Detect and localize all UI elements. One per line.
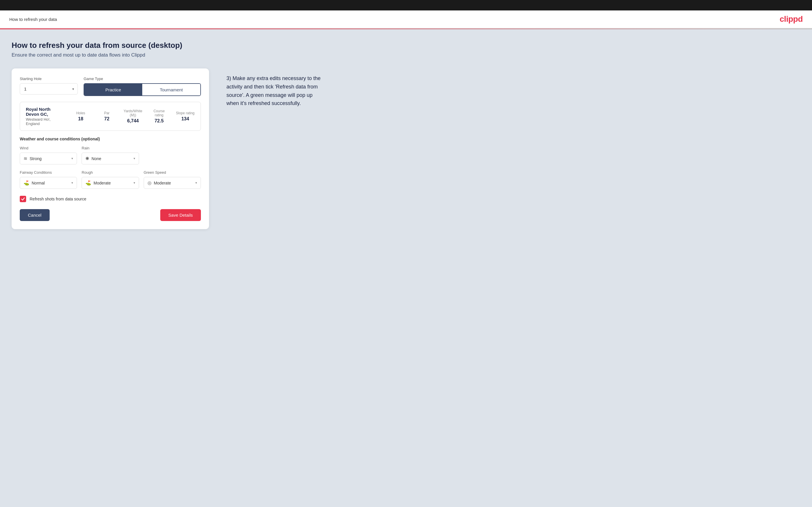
practice-button[interactable]: Practice <box>84 84 142 96</box>
course-card: Royal North Devon GC, Westward Ho!, Engl… <box>20 102 201 131</box>
top-form-row: Starting Hole 1 10 ▾ Game Type Practice … <box>20 76 201 96</box>
top-bar <box>0 0 812 10</box>
tournament-button[interactable]: Tournament <box>142 84 200 96</box>
slope-rating-stat: Slope rating 134 <box>175 111 195 121</box>
rain-chevron: ▾ <box>134 157 135 160</box>
conditions-section-title: Weather and course conditions (optional) <box>20 136 201 141</box>
green-speed-label: Green Speed <box>144 170 201 175</box>
starting-hole-select[interactable]: 1 10 <box>20 83 78 94</box>
refresh-checkbox[interactable] <box>20 196 26 202</box>
refresh-label: Refresh shots from data source <box>30 196 86 201</box>
rough-chevron: ▾ <box>134 181 135 185</box>
rough-label: Rough <box>82 170 139 175</box>
yards-label: Yards/White (M)) <box>123 109 143 117</box>
wind-label: Wind <box>20 146 77 150</box>
content-area: Starting Hole 1 10 ▾ Game Type Practice … <box>12 68 795 229</box>
yards-stat: Yards/White (M)) 6,744 <box>123 109 143 123</box>
starting-hole-label: Starting Hole <box>20 76 78 81</box>
game-type-label: Game Type <box>84 76 201 81</box>
green-speed-chevron: ▾ <box>195 181 197 185</box>
wind-select[interactable]: ≋ Strong ▾ <box>20 153 77 164</box>
wind-value: Strong <box>30 156 69 161</box>
fairway-icon: ⛳ <box>23 180 29 186</box>
fairway-label: Fairway Conditions <box>20 170 77 175</box>
page-heading: How to refresh your data from source (de… <box>12 41 795 50</box>
rough-icon: ⛳ <box>85 180 91 186</box>
rough-select[interactable]: ⛳ Moderate ▾ <box>82 177 139 189</box>
logo: clippd <box>780 14 803 24</box>
green-speed-group: Green Speed ◎ Moderate ▾ <box>144 170 201 189</box>
holes-label: Holes <box>71 111 90 115</box>
starting-hole-group: Starting Hole 1 10 ▾ <box>20 76 78 96</box>
rain-label: Rain <box>82 146 139 150</box>
par-value: 72 <box>97 116 116 121</box>
rough-value: Moderate <box>94 181 131 185</box>
green-speed-value: Moderate <box>154 181 193 185</box>
rain-group: Rain ✺ None ▾ <box>82 146 139 164</box>
course-rating-value: 72.5 <box>150 118 169 123</box>
fairway-select[interactable]: ⛳ Normal ▾ <box>20 177 77 189</box>
page-subheading: Ensure the correct and most up to date d… <box>12 52 795 58</box>
fairway-value: Normal <box>32 181 69 185</box>
button-row: Cancel Save Details <box>20 209 201 221</box>
side-text: 3) Make any extra edits necessary to the… <box>226 68 325 108</box>
refresh-checkbox-row: Refresh shots from data source <box>20 196 201 202</box>
holes-value: 18 <box>71 116 90 121</box>
conditions-row2: Fairway Conditions ⛳ Normal ▾ Rough ⛳ Mo… <box>20 170 201 189</box>
yards-value: 6,744 <box>123 118 143 123</box>
rough-group: Rough ⛳ Moderate ▾ <box>82 170 139 189</box>
rain-select[interactable]: ✺ None ▾ <box>82 153 139 164</box>
course-rating-label: Course rating <box>150 109 169 117</box>
holes-stat: Holes 18 <box>71 111 90 121</box>
header: How to refresh your data clippd <box>0 10 812 29</box>
fairway-chevron: ▾ <box>71 181 73 185</box>
par-stat: Par 72 <box>97 111 116 121</box>
starting-hole-select-wrapper[interactable]: 1 10 ▾ <box>20 83 78 95</box>
green-speed-icon: ◎ <box>148 180 152 186</box>
game-type-toggle: Practice Tournament <box>84 83 201 96</box>
course-rating-stat: Course rating 72.5 <box>150 109 169 123</box>
save-button[interactable]: Save Details <box>160 209 201 221</box>
form-card: Starting Hole 1 10 ▾ Game Type Practice … <box>12 68 209 229</box>
green-speed-select[interactable]: ◎ Moderate ▾ <box>144 177 201 189</box>
course-info: Royal North Devon GC, Westward Ho!, Engl… <box>26 107 64 126</box>
rain-value: None <box>92 156 131 161</box>
game-type-group: Game Type Practice Tournament <box>84 76 201 96</box>
course-name: Royal North Devon GC, <box>26 107 64 117</box>
slope-rating-label: Slope rating <box>175 111 195 115</box>
main-content: How to refresh your data from source (de… <box>0 29 812 507</box>
wind-group: Wind ≋ Strong ▾ <box>20 146 77 164</box>
course-location: Westward Ho!, England <box>26 117 64 126</box>
wind-icon: ≋ <box>23 156 27 161</box>
par-label: Par <box>97 111 116 115</box>
step-text: 3) Make any extra edits necessary to the… <box>226 74 325 108</box>
fairway-group: Fairway Conditions ⛳ Normal ▾ <box>20 170 77 189</box>
rain-icon: ✺ <box>85 156 89 161</box>
header-title: How to refresh your data <box>9 17 57 22</box>
wind-rain-row: Wind ≋ Strong ▾ Rain ✺ None ▾ <box>20 146 201 164</box>
cancel-button[interactable]: Cancel <box>20 209 50 221</box>
slope-rating-value: 134 <box>175 116 195 121</box>
wind-chevron: ▾ <box>71 157 73 160</box>
